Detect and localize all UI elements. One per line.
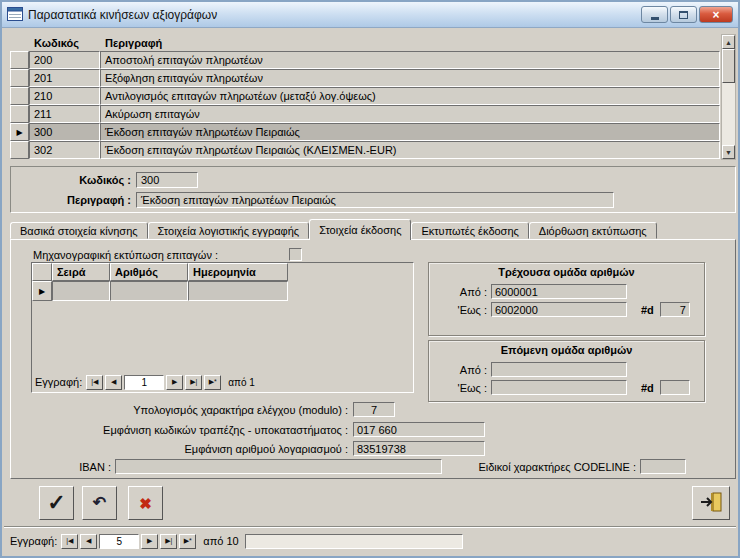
tab-accounting-entry[interactable]: Στοιχεία λογιστικής εγγραφής [148, 222, 310, 239]
horizontal-scrollbar-track[interactable] [245, 534, 463, 549]
grid-cell-code[interactable]: 200 [29, 51, 100, 69]
current-from-label: Από : [431, 286, 487, 298]
subgrid-cell-number[interactable] [110, 281, 188, 301]
last-record-button[interactable]: ▶| [160, 534, 177, 549]
scrollbar-thumb[interactable] [722, 49, 735, 83]
exit-button[interactable] [692, 486, 730, 520]
iban-field[interactable] [115, 459, 442, 474]
grid-cell-desc[interactable]: Ακύρωση επιταγών [100, 105, 720, 123]
column-header-code: Κωδικός [29, 37, 100, 49]
grid-scrollbar[interactable]: ▲ ▼ [721, 34, 736, 160]
minimize-button[interactable] [641, 6, 668, 23]
issue-tab-panel: Μηχανογραφική εκτύπωση επιταγών : Σειρά … [10, 239, 736, 479]
current-row-marker-icon: ▶ [16, 128, 22, 137]
row-selector[interactable] [10, 69, 29, 87]
new-record-button[interactable]: ▶* [179, 534, 196, 549]
scroll-down-button[interactable]: ▼ [722, 145, 735, 159]
subgrid-row-selector[interactable]: ▶ [32, 281, 52, 301]
grid-cell-desc[interactable]: Εξόφληση επιταγών πληρωτέων [100, 69, 720, 87]
subgrid-cell-series[interactable] [52, 281, 110, 301]
current-from-field[interactable]: 6000001 [491, 284, 627, 299]
subgrid-next-record-button[interactable]: ▶ [166, 375, 183, 390]
subgrid-record-number-field[interactable]: 1 [124, 375, 164, 390]
code-label: Κωδικός : [11, 174, 131, 186]
current-to-label: 'Εως : [431, 304, 487, 316]
grid-cell-code[interactable]: 210 [29, 87, 100, 105]
iban-label: IBAN : [11, 461, 111, 473]
grid-row-selected[interactable]: ▶ 300 Έκδοση επιταγών πληρωτέων Πειραιώς [10, 123, 720, 141]
bank-codes-field[interactable]: 017 660 [353, 422, 485, 437]
undo-button[interactable]: ↶ [82, 486, 117, 520]
grid-cell-desc[interactable]: Έκδοση επιταγών πληρωτέων Πειραιώς (ΚΛΕΙ… [100, 141, 720, 159]
subgrid-cell-date[interactable] [188, 281, 288, 301]
subgrid-record-navigator: Εγγραφή: |◀ ◀ 1 ▶ ▶| ▶* από 1 [32, 372, 413, 392]
account-number-field[interactable]: 83519738 [353, 441, 485, 456]
next-to-label: 'Εως : [431, 382, 487, 394]
confirm-button[interactable]: ✓ [39, 486, 74, 520]
subgrid-first-record-button[interactable]: |◀ [86, 375, 103, 390]
tab-issue-details[interactable]: Στοιχεία έκδοσης [309, 219, 411, 240]
exit-door-icon [699, 492, 723, 514]
subgrid-row[interactable]: ▶ [32, 281, 413, 301]
grid-cell-code[interactable]: 211 [29, 105, 100, 123]
grid-row[interactable]: 302 Έκδοση επιταγών πληρωτέων Πειραιώς (… [10, 141, 720, 159]
first-record-button[interactable]: |◀ [61, 534, 78, 549]
record-number-field[interactable]: 5 [99, 534, 139, 549]
grid-cell-desc[interactable]: Αντιλογισμός επιταγών πληρωτέων (μεταξύ … [100, 87, 720, 105]
machine-print-checkbox[interactable] [289, 248, 302, 261]
maximize-button[interactable] [670, 6, 697, 23]
next-to-field[interactable] [491, 380, 627, 395]
grid-cell-code[interactable]: 300 [29, 123, 100, 141]
previous-record-button[interactable]: ◀ [80, 534, 97, 549]
account-number-label: Εμφάνιση αριθμού λογαριασμού : [11, 443, 348, 455]
tab-print-correction[interactable]: Διόρθωση εκτύπωσης [529, 222, 657, 239]
grid-row[interactable]: 201 Εξόφληση επιταγών πληρωτέων [10, 69, 720, 87]
bank-codes-row: Εμφάνιση κωδικών τραπέζης - υποκαταστήμα… [11, 422, 735, 437]
grid-row[interactable]: 200 Αποστολή επιταγών πληρωτέων [10, 51, 720, 69]
close-button[interactable]: × [699, 6, 733, 23]
codeline-field[interactable] [640, 459, 686, 474]
tab-issue-printers[interactable]: Εκτυπωτές έκδοσης [411, 222, 528, 239]
minimize-icon [651, 17, 659, 20]
modulo-row: Υπολογισμός χαρακτήρα ελέγχου (modulo) :… [11, 402, 735, 417]
row-selector[interactable]: ▶ [10, 123, 29, 141]
subgrid-last-record-button[interactable]: ▶| [185, 375, 202, 390]
modulo-field[interactable]: 7 [353, 402, 395, 417]
titlebar[interactable]: Παραστατικά κινήσεων αξιογράφων × [2, 2, 738, 28]
row-selector[interactable] [10, 51, 29, 69]
subgrid-record-count-label: από 1 [228, 377, 255, 388]
current-to-field[interactable]: 6002000 [491, 302, 627, 317]
row-selector[interactable] [10, 87, 29, 105]
next-from-label: Από : [431, 364, 487, 376]
checks-subgrid: Σειρά Αριθμός Ημερομηνία ▶ Εγγραφή: |◀ ◀… [31, 262, 414, 393]
grid-cell-desc[interactable]: Αποστολή επιταγών πληρωτέων [100, 51, 720, 69]
grid-row[interactable]: 211 Ακύρωση επιταγών [10, 105, 720, 123]
tab-basic-movement[interactable]: Βασικά στοιχεία κίνησης [10, 222, 148, 239]
row-selector[interactable] [10, 141, 29, 159]
next-record-button[interactable]: ▶ [141, 534, 158, 549]
documents-grid: Κωδικός Περιγραφή 200 Αποστολή επιταγών … [10, 34, 720, 160]
cancel-button[interactable]: ✖ [128, 486, 163, 520]
scroll-up-button[interactable]: ▲ [722, 35, 735, 49]
form-nav-label: Εγγραφή: [10, 535, 57, 547]
grid-cell-desc[interactable]: Έκδοση επιταγών πληρωτέων Πειραιώς [100, 123, 720, 141]
grid-row[interactable]: 210 Αντιλογισμός επιταγών πληρωτέων (μετ… [10, 87, 720, 105]
grid-cell-code[interactable]: 302 [29, 141, 100, 159]
subgrid-empty-area [32, 301, 413, 372]
bank-codes-label: Εμφάνιση κωδικών τραπέζης - υποκαταστήμα… [11, 424, 348, 436]
row-selector[interactable] [10, 105, 29, 123]
scrollbar-track[interactable] [722, 49, 735, 145]
current-hash-label: #d [641, 304, 654, 316]
iban-row: IBAN : Ειδικοί χαρακτήρες CODELINE : [11, 459, 735, 474]
description-field[interactable]: Έκδοση επιταγών πληρωτέων Πειραιώς [136, 192, 614, 208]
subgrid-header: Σειρά Αριθμός Ημερομηνία [32, 263, 413, 281]
current-hash-field[interactable]: 7 [660, 302, 690, 317]
subgrid-previous-record-button[interactable]: ◀ [105, 375, 122, 390]
next-number-group-box: Επόμενη ομάδα αριθμών Από : 'Εως : #d [428, 340, 705, 402]
next-from-row: Από : [429, 362, 704, 377]
code-field[interactable]: 300 [136, 172, 198, 188]
next-from-field[interactable] [491, 362, 627, 377]
subgrid-new-record-button[interactable]: ▶* [204, 375, 221, 390]
next-hash-field[interactable] [660, 380, 690, 395]
grid-cell-code[interactable]: 201 [29, 69, 100, 87]
